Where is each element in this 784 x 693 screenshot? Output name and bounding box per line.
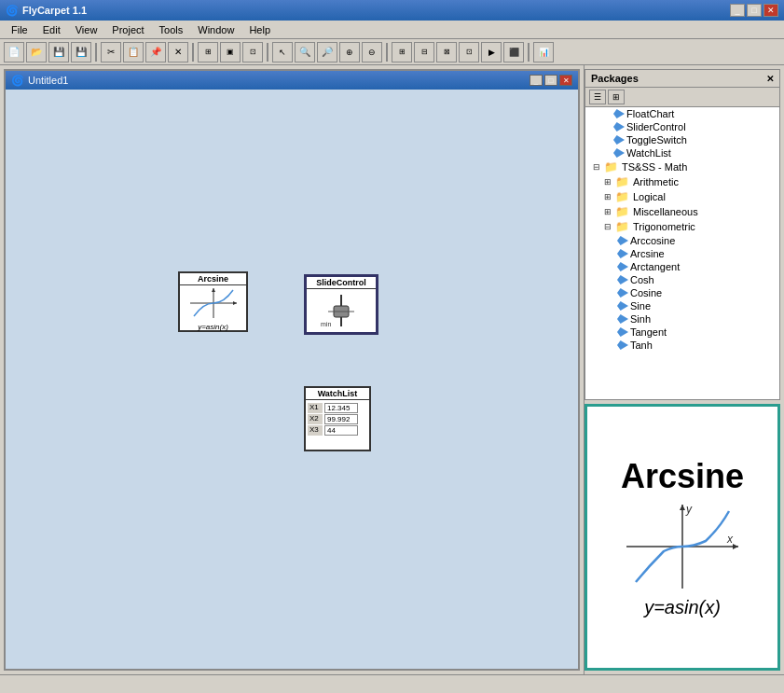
tanh-label: Tanh <box>630 340 653 351</box>
slidecontrol-block[interactable]: SlideControl min <box>304 274 378 335</box>
save-as-button[interactable]: 💾 <box>48 42 69 62</box>
minimize-button[interactable]: _ <box>730 4 745 17</box>
menu-view[interactable]: View <box>68 22 105 37</box>
arcsine-block-title: Arcsine <box>180 273 246 285</box>
zoom-in-button[interactable]: 🔍 <box>295 42 315 62</box>
trig-expand-icon: ⊟ <box>604 222 612 231</box>
tree-item-trigonometric[interactable]: ⊟ 📁 Trigonometric <box>585 219 779 234</box>
svg-marker-10 <box>733 544 738 549</box>
watchlist-row-1: X2 99.992 <box>308 414 367 424</box>
inner-maximize-button[interactable]: □ <box>544 75 557 86</box>
tree-item-logical[interactable]: ⊞ 📁 Logical <box>585 189 779 204</box>
stop-button[interactable]: ⬛ <box>503 42 524 62</box>
watchlist-row-0: X1 12.345 <box>308 403 367 413</box>
arcsine-pkg-icon <box>617 249 628 258</box>
main-layout: 🌀 Untitled1 _ □ ✕ Arcsine <box>0 65 784 674</box>
menu-edit[interactable]: Edit <box>35 22 68 37</box>
tree-item-watchlist[interactable]: WatchList <box>585 146 779 159</box>
tree-item-tanh[interactable]: Tanh <box>585 339 779 352</box>
logical-expand-icon: ⊞ <box>604 192 612 201</box>
folder-icon-logical: 📁 <box>615 190 629 203</box>
copy-button[interactable]: 📋 <box>123 42 144 62</box>
cut-button[interactable]: ✂ <box>101 42 121 62</box>
tree-item-arithmetic[interactable]: ⊞ 📁 Arithmetic <box>585 174 779 189</box>
sep3 <box>267 43 268 62</box>
sep5 <box>528 43 530 62</box>
arcsine-pkg-label: Arcsine <box>630 248 665 259</box>
tree-item-arcsine[interactable]: Arcsine <box>585 247 779 260</box>
floatchart-icon <box>613 109 625 118</box>
arctangent-icon <box>617 262 628 271</box>
grid-button[interactable]: ⊞ <box>198 42 218 62</box>
tree-item-toggleswitch[interactable]: ToggleSwitch <box>585 133 779 146</box>
watchlist-title: WatchList <box>306 388 369 400</box>
sine-label: Sine <box>630 300 651 312</box>
packages-close-button[interactable]: ✕ <box>766 74 774 84</box>
toolbar: 📄 📂 💾 💾 ✂ 📋 📌 ✕ ⊞ ▣ ⊡ ↖ 🔍 🔎 ⊕ ⊖ ⊞ ⊟ ⊠ ⊡ … <box>0 39 784 65</box>
inner-close-button[interactable]: ✕ <box>559 75 572 86</box>
zoom-fit-button[interactable]: ⊕ <box>339 42 360 62</box>
comp1-button[interactable]: ⊞ <box>392 42 412 62</box>
tree-item-arccosine[interactable]: Arccosine <box>585 234 779 247</box>
new-button[interactable]: 📄 <box>4 42 24 62</box>
comp3-button[interactable]: ⊠ <box>436 42 457 62</box>
tree-item-sinh[interactable]: Sinh <box>585 312 779 326</box>
toggleswitch-label: ToggleSwitch <box>626 134 687 146</box>
inner-minimize-button[interactable]: _ <box>530 75 543 86</box>
preview-title: Arcsine <box>621 457 744 496</box>
watchlist-label-0: X1 <box>308 403 323 413</box>
packages-list-view-button[interactable]: ☰ <box>589 90 606 104</box>
menu-file[interactable]: File <box>4 22 35 37</box>
folder-icon-misc: 📁 <box>615 205 629 218</box>
tree-item-floatchart[interactable]: FloatChart <box>585 107 779 120</box>
right-panel: Packages ✕ ☰ ⊞ FloatChart SliderControl <box>584 65 784 674</box>
paste-button[interactable]: 📌 <box>145 42 166 62</box>
run-button[interactable]: ▶ <box>481 42 502 62</box>
folder-icon-tssmath: 📁 <box>604 160 618 173</box>
tree-item-sine[interactable]: Sine <box>585 299 779 312</box>
menu-project[interactable]: Project <box>104 22 151 37</box>
tree-item-tangent[interactable]: Tangent <box>585 326 779 339</box>
tree-item-cosh[interactable]: Cosh <box>585 273 779 286</box>
tree-item-arctangent[interactable]: Arctangent <box>585 260 779 273</box>
packages-tree-view-button[interactable]: ⊞ <box>608 90 625 104</box>
signal-button[interactable]: 📊 <box>533 42 554 62</box>
comp4-button[interactable]: ⊡ <box>459 42 479 62</box>
tree-item-slidercontrol[interactable]: SliderControl <box>585 120 779 133</box>
tree-item-cosine[interactable]: Cosine <box>585 286 779 299</box>
sep2 <box>192 43 194 62</box>
canvas-content[interactable]: Arcsine y=asin(x) SlideContro <box>6 90 578 669</box>
slidercontrol-label: SliderControl <box>626 121 686 132</box>
svg-text:y: y <box>685 503 693 516</box>
svg-marker-11 <box>680 505 685 510</box>
watchlist-block[interactable]: WatchList X1 12.345 X2 99.992 X3 44 <box>304 386 371 451</box>
sep1 <box>95 43 97 62</box>
title-bar: 🌀 FlyCarpet 1.1 _ □ ✕ <box>0 0 784 21</box>
watchlist-pkg-label: WatchList <box>626 147 671 159</box>
inner-title-buttons: _ □ ✕ <box>530 75 572 86</box>
save-button[interactable]: 💾 <box>71 42 91 62</box>
tree-item-tssmath[interactable]: ⊟ 📁 TS&SS - Math <box>585 159 779 174</box>
menu-tools[interactable]: Tools <box>152 22 191 37</box>
close-button[interactable]: ✕ <box>763 4 778 17</box>
arcsine-block[interactable]: Arcsine y=asin(x) <box>178 271 248 332</box>
block2-button[interactable]: ⊡ <box>242 42 263 62</box>
open-button[interactable]: 📂 <box>26 42 47 62</box>
comp2-button[interactable]: ⊟ <box>414 42 434 62</box>
packages-tree[interactable]: FloatChart SliderControl ToggleSwitch Wa… <box>585 107 779 390</box>
arccosine-label: Arccosine <box>630 235 675 246</box>
menu-help[interactable]: Help <box>241 22 278 37</box>
cosine-label: Cosine <box>630 287 662 298</box>
delete-button[interactable]: ✕ <box>168 42 188 62</box>
tree-item-miscellaneous[interactable]: ⊞ 📁 Miscellaneous <box>585 204 779 219</box>
pointer-button[interactable]: ↖ <box>272 42 293 62</box>
menu-window[interactable]: Window <box>190 22 241 37</box>
block1-button[interactable]: ▣ <box>220 42 241 62</box>
watchlist-value-0: 12.345 <box>324 403 358 413</box>
zoom-reset-button[interactable]: ⊖ <box>362 42 382 62</box>
zoom-out-button[interactable]: 🔎 <box>317 42 337 62</box>
inner-title-text: 🌀 Untitled1 <box>11 75 68 87</box>
tssmath-label: TS&SS - Math <box>622 161 687 173</box>
watchlist-value-2: 44 <box>324 425 358 436</box>
maximize-button[interactable]: □ <box>747 4 762 17</box>
